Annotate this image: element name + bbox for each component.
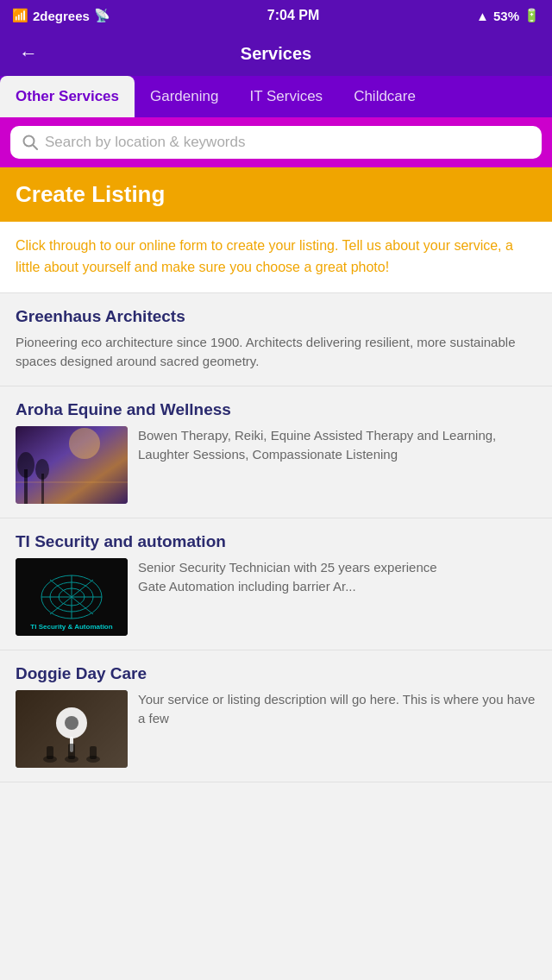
wifi-icon: 📡 [94, 8, 110, 23]
create-listing-description: Click through to our online form to crea… [0, 222, 552, 293]
listing-title-greenhaus: Greenhaus Architects [16, 307, 536, 326]
listing-title-ti-security: TI Security and automation [16, 532, 536, 551]
listing-greenhaus[interactable]: Greenhaus Architects Pioneering eco arch… [0, 293, 552, 386]
listing-image-ti-security: TI Security & Automation [16, 558, 128, 636]
listing-desc-aroha: Bowen Therapy, Reiki, Equine Assisted Th… [138, 426, 536, 465]
signal-icon: 📶 [12, 8, 28, 23]
search-icon [22, 135, 38, 150]
listing-aroha[interactable]: Aroha Equine and Wellness [0, 386, 552, 518]
listing-title-aroha: Aroha Equine and Wellness [16, 400, 536, 419]
listing-desc-doggie: Your service or listing description will… [138, 690, 536, 729]
carrier-label: 2degrees [33, 9, 90, 23]
search-bar[interactable] [10, 126, 542, 159]
svg-rect-25 [68, 744, 75, 759]
svg-point-3 [69, 428, 100, 459]
listing-ti-security[interactable]: TI Security and automation TI Security &… [0, 518, 552, 650]
battery-label: 53% [493, 9, 519, 23]
search-input[interactable] [45, 134, 530, 151]
listing-title-doggie: Doggie Day Care [16, 664, 536, 683]
header: ← Services [0, 31, 552, 76]
svg-rect-26 [90, 746, 97, 759]
svg-rect-24 [47, 746, 53, 759]
svg-point-7 [35, 459, 49, 480]
create-listing-title: Create Listing [16, 181, 536, 208]
time-label: 7:04 PM [267, 8, 319, 23]
location-icon: ▲ [476, 9, 489, 23]
status-left: 📶 2degrees 📡 [12, 8, 110, 23]
tab-gardening[interactable]: Gardening [135, 76, 234, 117]
status-right: ▲ 53% 🔋 [476, 8, 540, 23]
listing-desc-ti-security: Senior Security Technician with 25 years… [138, 558, 536, 597]
create-listing-banner[interactable]: Create Listing [0, 167, 552, 222]
tab-bar: Other Services Gardening IT Services Chi… [0, 76, 552, 117]
svg-line-1 [33, 145, 37, 149]
listing-doggie[interactable]: Doggie Day Care Your service or listing … [0, 650, 552, 782]
svg-point-20 [65, 716, 78, 730]
page-title: Services [241, 44, 311, 64]
listing-desc-greenhaus: Pioneering eco architecture since 1900. … [16, 333, 536, 372]
battery-icon: 🔋 [524, 8, 540, 23]
back-button[interactable]: ← [12, 39, 45, 68]
listing-image-doggie [16, 690, 128, 768]
svg-point-5 [17, 452, 34, 478]
tab-other-services[interactable]: Other Services [0, 76, 135, 117]
tab-childcare[interactable]: Childcare [338, 76, 431, 117]
svg-text:TI Security & Automation: TI Security & Automation [30, 623, 112, 631]
search-bar-wrapper [0, 117, 552, 167]
status-bar: 📶 2degrees 📡 7:04 PM ▲ 53% 🔋 [0, 0, 552, 31]
listing-image-aroha [16, 426, 128, 504]
tab-it-services[interactable]: IT Services [234, 76, 338, 117]
